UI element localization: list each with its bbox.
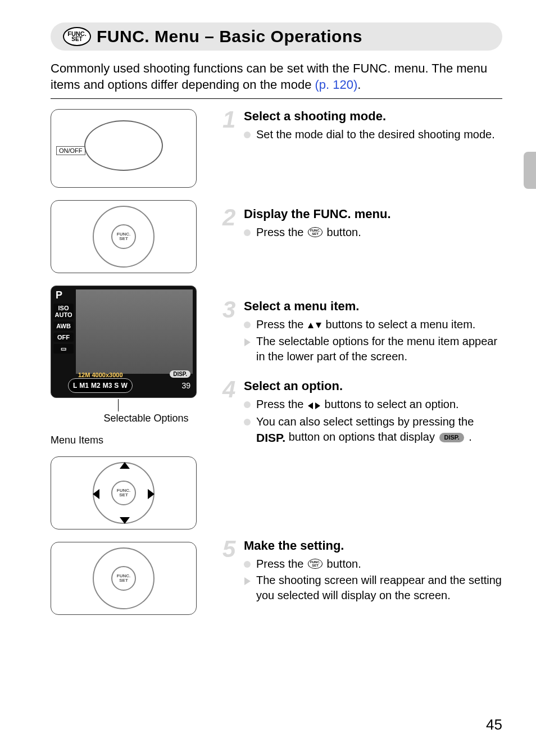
text-fragment: button.	[327, 558, 361, 570]
lcd-awb: AWB	[53, 322, 74, 331]
step-title: Make the setting.	[244, 538, 502, 553]
intro-text: Commonly used shooting functions can be …	[51, 61, 502, 93]
bullet-dot-icon	[244, 561, 251, 568]
step-item: The selectable options for the menu item…	[244, 334, 502, 364]
illus-press-func-2: FUNC. SET	[51, 542, 197, 615]
lcd-menu-items: P ISO AUTO AWB OFF ▭	[53, 289, 74, 374]
step-number: 3	[222, 299, 242, 365]
illus-mode-dial: ON/OFF	[51, 109, 197, 188]
up-down-arrows-icon	[307, 319, 326, 331]
lcd-option-bar: L M1 M2 M3 S W 39	[54, 377, 193, 394]
lcd-options-pill: L M1 M2 M3 S W	[68, 378, 133, 393]
text-fragment: Press the	[256, 318, 307, 331]
bullet-dot-icon	[244, 322, 251, 328]
step-item: Press the buttons to select a menu item.	[244, 317, 502, 333]
step-item-text: Set the mode dial to the desired shootin…	[256, 127, 495, 142]
step-item-text: Press the buttons to select a menu item.	[256, 317, 475, 333]
page-title-bar: FUNC. SET FUNC. Menu – Basic Operations	[51, 22, 502, 51]
illus-press-func: FUNC. SET	[51, 200, 197, 273]
step-title: Select a shooting mode.	[244, 109, 502, 124]
text-fragment: Press the	[256, 558, 307, 570]
control-wheel-icon: FUNC. SET	[93, 206, 155, 268]
step-1: 1 Select a shooting mode. Set the mode d…	[222, 109, 502, 193]
func-set-center-icon: FUNC. SET	[111, 481, 136, 505]
bullet-triangle-icon	[244, 577, 251, 585]
step-number: 4	[222, 379, 242, 525]
step-item-text: The shooting screen will reappear and th…	[256, 573, 502, 603]
page-number: 45	[486, 716, 502, 734]
lcd-rect-icon: ▭	[53, 344, 74, 354]
control-wheel-icon: FUNC. SET	[93, 547, 155, 609]
step-item-text: Press the buttons to select an option.	[256, 397, 459, 413]
step-2: 2 Display the FUNC. menu. Press the FUNC…	[222, 207, 502, 286]
step-3: 3 Select a menu item. Press the buttons …	[222, 299, 502, 365]
intro-text-a: Commonly used shooting functions can be …	[51, 61, 487, 92]
page-reference-link[interactable]: (p. 120)	[315, 78, 357, 92]
step-4: 4 Select an option. Press the buttons to…	[222, 379, 502, 525]
lcd-screenshot: P ISO AUTO AWB OFF ▭ 12M 4000x3000 DISP.…	[51, 286, 197, 398]
step-5: 5 Make the setting. Press the FUNC.SET b…	[222, 538, 502, 604]
illustration-column: ON/OFF FUNC. SET P ISO AUTO AWB OFF ▭ 12…	[51, 109, 219, 627]
bullet-dot-icon	[244, 229, 251, 236]
func-set-icon: FUNC. SET	[63, 27, 91, 46]
text-fragment: You can also select settings by pressing…	[256, 415, 474, 428]
step-item: Press the FUNC.SET button.	[244, 225, 502, 240]
text-fragment: button on options that display	[289, 431, 438, 443]
page-thumb-tab	[524, 152, 536, 189]
text-fragment: Press the	[256, 226, 307, 238]
step-item-text: The selectable options for the menu item…	[256, 334, 502, 364]
svg-marker-1	[316, 323, 321, 328]
left-right-arrows-icon	[307, 399, 325, 411]
illus-arrow-press: FUNC. SET	[51, 456, 197, 529]
step-item: You can also select settings by pressing…	[244, 414, 502, 446]
disp-button-icon: DISP.	[256, 431, 285, 443]
func-set-inline-icon: FUNC.SET	[308, 559, 322, 569]
step-number: 2	[222, 207, 242, 286]
step-title: Select a menu item.	[244, 299, 502, 314]
func-center-bot: SET	[119, 578, 128, 583]
text-fragment: Press the	[256, 398, 307, 410]
step-title: Display the FUNC. menu.	[244, 207, 502, 221]
lcd-option: M1	[79, 382, 89, 390]
step-item: Set the mode dial to the desired shootin…	[244, 127, 502, 142]
camera-top-illustration: ON/OFF	[56, 115, 191, 182]
content-columns: ON/OFF FUNC. SET P ISO AUTO AWB OFF ▭ 12…	[51, 109, 502, 627]
func-set-inline-icon: FUNC.SET	[308, 227, 322, 237]
text-fragment: buttons to select a menu item.	[326, 318, 476, 331]
func-set-center-icon: FUNC. SET	[111, 566, 136, 591]
steps-column: 1 Select a shooting mode. Set the mode d…	[219, 109, 502, 627]
svg-marker-3	[315, 402, 320, 409]
mode-dial-icon	[84, 120, 163, 171]
func-center-bot: SET	[119, 237, 128, 241]
arrow-left-icon	[93, 489, 99, 499]
onoff-label: ON/OFF	[56, 146, 85, 155]
step-item-text: Press the FUNC.SET button.	[256, 225, 361, 240]
text-fragment: button.	[327, 226, 361, 238]
svg-marker-2	[308, 402, 313, 409]
callout-selectable-options: Selectable Options	[73, 413, 219, 424]
lcd-off: OFF	[53, 333, 74, 342]
bullet-dot-icon	[244, 401, 251, 408]
arrow-right-icon	[148, 489, 155, 499]
lcd-iso: ISO AUTO	[53, 304, 74, 319]
step-item: Press the FUNC.SET button.	[244, 556, 502, 572]
page-title: FUNC. Menu – Basic Operations	[97, 27, 362, 46]
svg-marker-0	[308, 323, 314, 328]
text-fragment: buttons to select an option.	[325, 398, 459, 410]
step-item-text: Press the FUNC.SET button.	[256, 556, 361, 572]
bullet-triangle-icon	[244, 338, 251, 346]
callout-menu-items: Menu Items	[51, 434, 219, 446]
section-rule	[51, 98, 502, 99]
step-number: 1	[222, 109, 242, 193]
func-center-bot: SET	[119, 493, 128, 497]
lcd-option: M2	[91, 382, 101, 390]
step-number: 5	[222, 538, 242, 604]
control-wheel-arrows-icon: FUNC. SET	[93, 462, 155, 524]
step-item: The shooting screen will reappear and th…	[244, 573, 502, 603]
lcd-image-area	[76, 289, 193, 374]
bullet-dot-icon	[244, 419, 251, 425]
arrow-down-icon	[120, 517, 130, 524]
text-fragment: .	[469, 431, 472, 443]
step-item-text: You can also select settings by pressing…	[256, 414, 502, 446]
arrow-up-icon	[120, 462, 130, 469]
